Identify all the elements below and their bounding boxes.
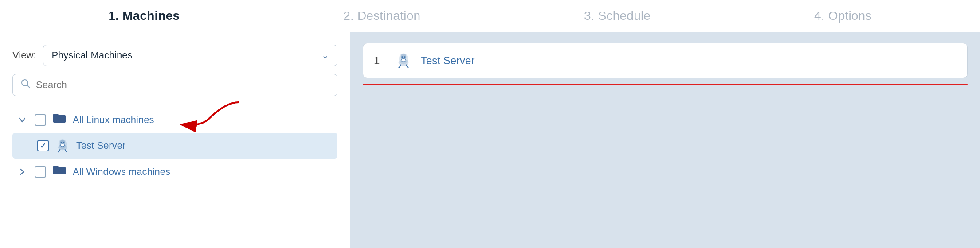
view-select-dropdown[interactable]: Physical Machines ⌄ — [43, 45, 337, 66]
test-server-checkbox[interactable] — [37, 140, 49, 151]
folder-icon — [52, 112, 67, 128]
svg-point-7 — [60, 144, 64, 147]
all-windows-label: All Windows machines — [73, 166, 170, 178]
tree-item-all-windows[interactable]: All Windows machines — [12, 159, 337, 185]
selected-item-card: 1 Test Server — [363, 43, 968, 78]
svg-point-12 — [404, 56, 406, 58]
linux-icon-right — [395, 52, 412, 69]
main-content: View: Physical Machines ⌄ — [0, 32, 980, 248]
tree-item-all-linux[interactable]: All Linux machines — [12, 107, 337, 133]
tree-container: All Linux machines Test Server — [12, 107, 337, 185]
step-options[interactable]: 4. Options — [814, 9, 872, 23]
chevron-down-icon[interactable] — [16, 114, 28, 126]
linux-icon — [55, 138, 70, 153]
chevron-down-icon: ⌄ — [321, 50, 329, 61]
red-divider-line — [363, 84, 968, 85]
all-windows-checkbox[interactable] — [35, 166, 46, 178]
view-row: View: Physical Machines ⌄ — [12, 45, 337, 66]
search-icon — [21, 79, 31, 91]
svg-point-11 — [401, 56, 403, 58]
item-number: 1 — [374, 54, 386, 67]
all-linux-checkbox[interactable] — [35, 114, 46, 126]
test-server-label: Test Server — [76, 140, 125, 151]
wizard-header: 1. Machines 2. Destination 3. Schedule 4… — [0, 0, 980, 32]
selected-item-name: Test Server — [421, 54, 474, 67]
left-panel: View: Physical Machines ⌄ — [0, 32, 350, 248]
svg-point-5 — [63, 142, 64, 143]
step-machines[interactable]: 1. Machines — [108, 9, 180, 23]
chevron-right-icon[interactable] — [16, 166, 28, 178]
step-schedule[interactable]: 3. Schedule — [584, 9, 651, 23]
step-destination[interactable]: 2. Destination — [343, 9, 420, 23]
view-select-value: Physical Machines — [51, 50, 132, 61]
search-input[interactable] — [36, 79, 329, 91]
all-linux-label: All Linux machines — [73, 114, 154, 126]
view-label: View: — [12, 50, 36, 61]
right-panel: 1 Test Server — [350, 32, 980, 248]
svg-point-4 — [61, 142, 62, 143]
svg-line-1 — [27, 85, 30, 88]
folder-icon — [52, 164, 67, 179]
tree-item-test-server[interactable]: Test Server — [12, 133, 337, 159]
search-box — [12, 74, 337, 96]
svg-point-14 — [401, 59, 406, 62]
